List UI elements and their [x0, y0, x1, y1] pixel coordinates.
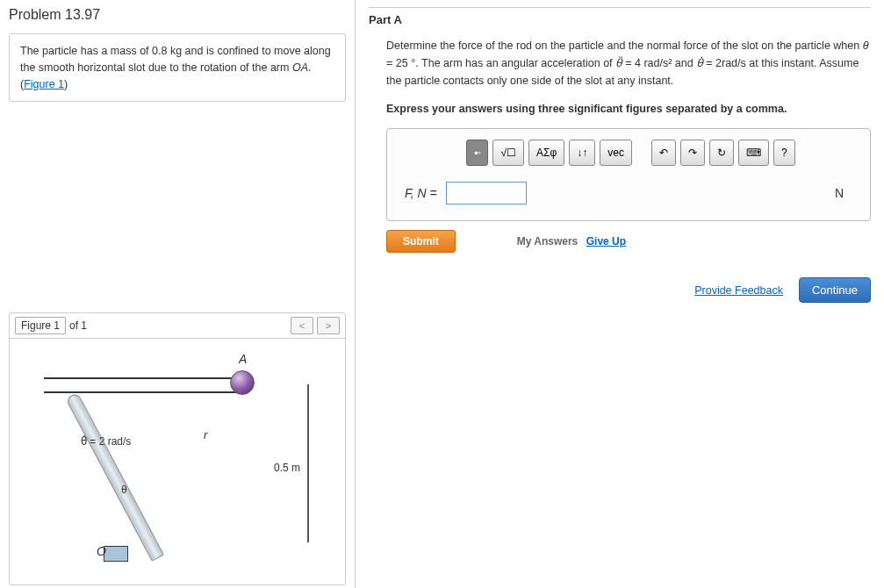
q-and: and [672, 57, 696, 69]
question-text: Determine the force of the rod on the pa… [386, 37, 871, 90]
vec-button[interactable]: vec [600, 140, 632, 166]
greek-button[interactable]: ΑΣφ [528, 140, 564, 166]
submit-button[interactable]: Submit [386, 230, 456, 253]
answer-label: F, N = [405, 183, 437, 203]
q-td-val: = 2rad/s [703, 57, 746, 69]
help-button[interactable]: ? [773, 140, 795, 166]
stmt-kg: kg [170, 45, 182, 57]
problem-statement: The particle has a mass of 0.8 kg and is… [9, 33, 346, 102]
figure-next-button[interactable]: > [317, 317, 340, 334]
label-o: O [97, 544, 106, 558]
express-instruction: Express your answers using three signifi… [386, 100, 871, 118]
label-thetadot: θ̇ = 2 rad/s [81, 435, 131, 448]
q1: Determine the force of the rod on the pa… [386, 39, 863, 52]
q-tdd-val: = 4 rad/s² [622, 57, 672, 69]
reset-button[interactable]: ↻ [709, 140, 734, 166]
q-tdd: θ̈ [615, 57, 622, 69]
stmt-end: ) [64, 78, 68, 90]
continue-button[interactable]: Continue [799, 277, 871, 303]
template-button[interactable]: ▪▫ [466, 140, 488, 166]
figure-count: of 1 [69, 319, 87, 332]
answer-input[interactable] [446, 182, 527, 204]
figure-prev-button[interactable]: < [291, 317, 313, 334]
keyboard-button[interactable]: ⌨ [738, 140, 769, 166]
q-eq: = 25 ° [386, 57, 415, 69]
give-up-link[interactable]: Give Up [586, 235, 626, 247]
sqrt-button[interactable]: √☐ [492, 140, 524, 166]
answer-box: ▪▫ √☐ ΑΣφ ↓↑ vec ↶ ↷ ↻ ⌨ ? F, N = N [386, 128, 871, 221]
problem-title: Problem 13.97 [9, 7, 346, 23]
label-theta: θ [121, 484, 127, 496]
q-theta: θ [863, 39, 869, 52]
label-r: r [204, 428, 207, 441]
figure-diagram: A O r θ θ̇ = 2 rad/s 0.5 m [10, 339, 345, 584]
q2: . The arm has an angular acceleration of [415, 57, 615, 69]
stmt-prefix: The particle has a mass of 0.8 [20, 45, 170, 57]
redo-button[interactable]: ↷ [680, 140, 705, 166]
answer-unit: N [835, 183, 844, 203]
equation-toolbar: ▪▫ √☐ ΑΣφ ↓↑ vec ↶ ↷ ↻ ⌨ ? [387, 129, 870, 175]
figure-selector[interactable]: Figure 1 [15, 317, 66, 334]
stmt-arm: OA [292, 61, 308, 74]
q-td: θ̇ [696, 57, 703, 69]
part-title: Part A [369, 13, 871, 26]
provide-feedback-link[interactable]: Provide Feedback [694, 282, 783, 299]
figure-link[interactable]: Figure 1 [24, 78, 64, 90]
subscript-button[interactable]: ↓↑ [569, 140, 595, 166]
my-answers-label: My Answers [517, 235, 579, 247]
label-a: A [239, 352, 247, 366]
undo-button[interactable]: ↶ [651, 140, 676, 166]
figure-pane: Figure 1 of 1 < > A O r θ [9, 312, 346, 585]
label-dim: 0.5 m [274, 462, 300, 474]
